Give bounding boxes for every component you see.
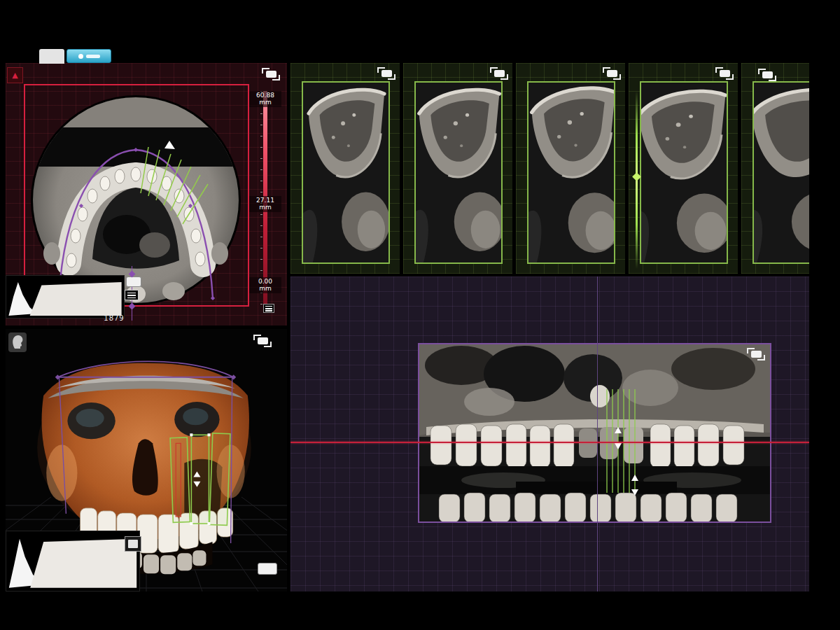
ruler-current-value: 27.11 xyxy=(249,197,281,204)
histogram-control[interactable] xyxy=(6,275,125,318)
preview-thumbnail[interactable] xyxy=(125,536,141,552)
cross-section-panel-2[interactable] xyxy=(403,63,512,274)
expand-icon[interactable] xyxy=(747,348,765,360)
ruler-min-unit: mm xyxy=(249,285,281,292)
cross-section-image[interactable] xyxy=(752,81,809,264)
toolbar-button[interactable] xyxy=(66,49,111,63)
top-toolbar xyxy=(39,49,111,64)
expand-icon[interactable] xyxy=(262,68,280,80)
histogram-control[interactable] xyxy=(6,531,140,592)
expand-icon[interactable] xyxy=(253,335,272,347)
ruler-max-value: 60.88 xyxy=(249,92,281,99)
cross-section-panel-5[interactable] xyxy=(741,63,809,274)
cross-section-panel-4[interactable] xyxy=(629,63,738,274)
toolbar-segment[interactable] xyxy=(39,49,64,64)
ruler-min-value: 0.00 xyxy=(249,278,281,285)
ruler-label-current: 27.11 mm xyxy=(249,196,281,212)
histogram-reset-button[interactable] xyxy=(126,276,141,287)
expand-icon[interactable] xyxy=(377,67,396,80)
ruler-label-max: 60.88 mm xyxy=(249,91,281,107)
cross-section-image[interactable] xyxy=(640,81,728,264)
panoramic-view-panel[interactable] xyxy=(290,276,809,592)
ruler-menu-icon[interactable] xyxy=(263,304,274,313)
expand-icon[interactable] xyxy=(715,67,734,80)
orientation-marker-icon: ▲ xyxy=(7,67,23,83)
snapshot-button[interactable] xyxy=(258,563,277,575)
cross-section-image[interactable] xyxy=(302,81,390,264)
cross-section-panel-3[interactable] xyxy=(516,63,625,274)
toolbar-button-glyph xyxy=(86,55,100,58)
crosshair-vertical-line xyxy=(597,276,598,592)
axial-view-panel[interactable]: ▲ xyxy=(6,63,287,326)
cross-section-strip xyxy=(290,63,809,274)
active-slice-indicator[interactable] xyxy=(636,91,638,269)
expand-icon[interactable] xyxy=(758,69,776,81)
cross-section-panel-1[interactable] xyxy=(290,63,400,274)
orientation-arrow-icon: ▲ xyxy=(12,71,18,80)
volume-3d-panel[interactable] xyxy=(6,329,287,592)
panoramic-image[interactable] xyxy=(418,343,771,523)
app-screen: ▲ xyxy=(0,0,840,630)
slice-stack-icon[interactable] xyxy=(125,290,139,300)
crosshair-horizontal-line[interactable] xyxy=(290,442,809,443)
cross-section-image[interactable] xyxy=(527,81,615,264)
ruler-max-unit: mm xyxy=(249,99,281,106)
expand-icon[interactable] xyxy=(490,67,508,80)
toolbar-button-icon xyxy=(78,54,83,59)
expand-icon[interactable] xyxy=(603,67,621,80)
head-orientation-icon xyxy=(8,332,27,352)
slice-counter: 1879 xyxy=(90,314,139,322)
axial-crop-frame xyxy=(24,84,249,307)
ruler-current-unit: mm xyxy=(249,204,281,211)
cross-section-image[interactable] xyxy=(414,81,503,264)
ruler-label-min: 0.00 mm xyxy=(249,277,281,293)
